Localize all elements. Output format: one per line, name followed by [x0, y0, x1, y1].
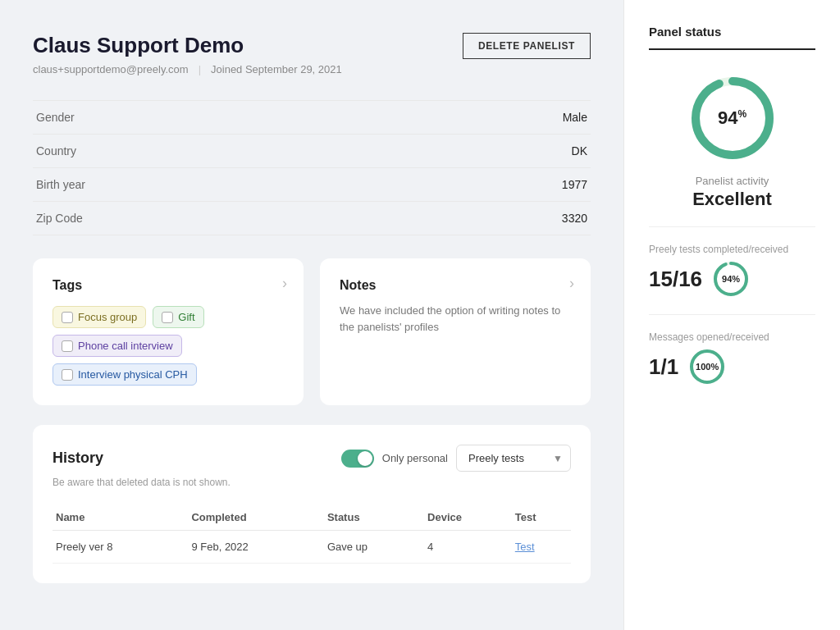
toggle-row: Only personal Preely tests ▼ — [341, 445, 571, 472]
history-name: Preely ver 8 — [52, 531, 188, 564]
sidebar: Panel status 94% Panelist activity Excel… — [623, 0, 840, 630]
history-test[interactable]: Test — [512, 531, 571, 564]
stat-row-messages: Messages opened/received 1/1 100% — [649, 331, 815, 386]
history-card: History Only personal Preely tests ▼ Be … — [33, 425, 591, 583]
panel-status-title: Panel status — [649, 25, 815, 39]
history-header: History Only personal Preely tests ▼ — [52, 445, 571, 472]
history-col-header: Name — [52, 504, 188, 531]
notes-title: Notes — [340, 278, 571, 293]
stat-tests-badge: 94% — [712, 260, 750, 298]
panelist-joined: Joined September 29, 2021 — [211, 63, 342, 75]
dropdown-wrapper: Preely tests ▼ — [456, 445, 571, 472]
info-value: 3320 — [368, 202, 591, 235]
header-meta: claus+supportdemo@preely.com | Joined Se… — [33, 63, 342, 75]
tag-item[interactable]: Focus group — [52, 306, 146, 328]
stat-tests-label: Preely tests completed/received — [649, 244, 815, 255]
info-value: DK — [368, 135, 591, 168]
page-header: Claus Support Demo claus+supportdemo@pre… — [33, 33, 591, 75]
cards-row: › Tags Focus groupGiftPhone call intervi… — [33, 258, 591, 405]
info-row: Birth year 1977 — [33, 168, 591, 202]
history-col-header: Status — [324, 504, 424, 531]
info-row: Zip Code 3320 — [33, 202, 591, 235]
stat-tests-number: 15/16 — [649, 267, 702, 292]
stat-row-tests: Preely tests completed/received 15/16 94… — [649, 244, 815, 298]
notes-arrow-icon[interactable]: › — [569, 275, 574, 292]
stat-messages-badge: 100% — [688, 348, 726, 386]
history-completed: 9 Feb, 2022 — [188, 531, 323, 564]
notes-text: We have included the option of writing n… — [340, 303, 571, 335]
history-col-header: Device — [424, 504, 512, 531]
tag-checkbox — [62, 369, 73, 381]
history-status: Gave up — [324, 531, 424, 564]
info-row: Country DK — [33, 135, 591, 168]
info-label: Birth year — [33, 168, 368, 202]
donut-ring: 94% — [687, 73, 778, 163]
tags-title: Tags — [52, 278, 284, 293]
stat-messages-label: Messages opened/received — [649, 331, 815, 343]
stat-messages-value-row: 1/1 100% — [649, 348, 815, 386]
tag-checkbox — [62, 312, 73, 323]
info-row: Gender Male — [33, 101, 591, 135]
stat-tests-value-row: 15/16 94% — [649, 260, 815, 298]
tag-item[interactable]: Phone call interview — [52, 335, 182, 357]
tag-checkbox — [62, 340, 73, 352]
history-table: NameCompletedStatusDeviceTest Preely ver… — [52, 504, 571, 564]
panelist-name: Claus Support Demo — [33, 33, 342, 58]
activity-circle: 94% Panelist activity Excellent — [649, 73, 815, 210]
history-title: History — [52, 450, 103, 467]
donut-center-value: 94% — [718, 107, 746, 129]
history-col-header: Completed — [188, 504, 323, 531]
table-row: Preely ver 8 9 Feb, 2022 Gave up 4 Test — [52, 531, 571, 564]
sidebar-divider-1 — [649, 226, 815, 227]
info-label: Zip Code — [33, 202, 368, 235]
tag-item[interactable]: Gift — [153, 306, 203, 328]
sidebar-divider-2 — [649, 314, 815, 315]
meta-separator: | — [199, 63, 201, 75]
stat-tests-badge-text: 94% — [722, 274, 740, 284]
tags-card: › Tags Focus groupGiftPhone call intervi… — [33, 258, 304, 405]
tag-checkbox — [162, 312, 173, 323]
info-label: Country — [33, 135, 368, 168]
stat-messages-badge-text: 100% — [696, 362, 719, 372]
delete-panelist-button[interactable]: DELETE PANELIST — [463, 33, 591, 59]
tags-container: Focus groupGiftPhone call interviewInter… — [52, 306, 284, 386]
history-subtitle: Be aware that deleted data is not shown. — [52, 477, 571, 488]
toggle-label: Only personal — [382, 452, 448, 464]
history-device: 4 — [424, 531, 512, 564]
info-table: Gender Male Country DK Birth year 1977 Z… — [33, 100, 591, 235]
notes-card: › Notes We have included the option of w… — [320, 258, 591, 405]
info-label: Gender — [33, 101, 368, 135]
panelist-email: claus+supportdemo@preely.com — [33, 63, 189, 75]
info-value: Male — [368, 101, 591, 135]
panel-status-divider — [649, 48, 815, 50]
only-personal-toggle[interactable] — [341, 450, 374, 468]
tag-item[interactable]: Interview physical CPH — [52, 363, 197, 386]
preely-tests-dropdown[interactable]: Preely tests — [456, 445, 571, 472]
info-value: 1977 — [368, 168, 591, 202]
stat-messages-number: 1/1 — [649, 354, 678, 380]
tags-arrow-icon[interactable]: › — [282, 275, 287, 292]
activity-value: Excellent — [692, 189, 772, 210]
header-info: Claus Support Demo claus+supportdemo@pre… — [33, 33, 342, 75]
activity-label: Panelist activity — [696, 175, 769, 187]
history-col-header: Test — [512, 504, 571, 531]
